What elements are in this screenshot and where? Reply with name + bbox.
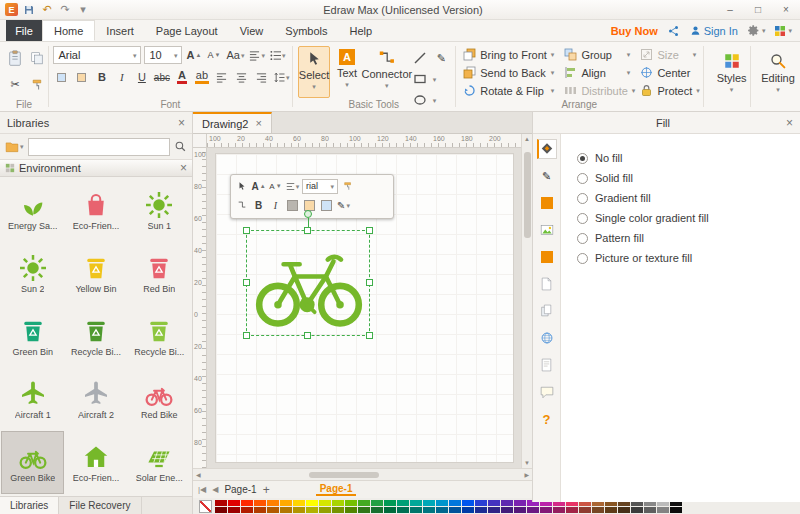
fill-panel-close-icon[interactable]: × (786, 117, 793, 129)
color-swatch[interactable] (462, 500, 474, 506)
align-center-icon[interactable] (233, 68, 250, 86)
sign-in-link[interactable]: Sign In (690, 25, 738, 37)
color-swatch[interactable] (670, 507, 682, 513)
libraries-close-icon[interactable]: × (178, 117, 185, 129)
font-color-button[interactable]: A (173, 68, 190, 86)
font-size-select[interactable]: 10▾ (144, 46, 182, 64)
buy-now-link[interactable]: Buy Now (611, 25, 658, 37)
color-swatch[interactable] (319, 507, 331, 513)
select-tool-button[interactable]: Select ▾ (298, 46, 331, 98)
library-item[interactable]: Aircraft 1 (1, 368, 64, 431)
align-button[interactable]: Align▾ (561, 64, 633, 81)
color-swatch[interactable] (618, 507, 630, 513)
pen-tool-icon[interactable]: ✎ (433, 49, 450, 67)
line-style-tool-icon[interactable]: ✎ (537, 166, 557, 186)
color-swatch[interactable] (332, 507, 344, 513)
library-search-input[interactable] (28, 138, 170, 156)
selection-handle[interactable] (304, 227, 311, 234)
color-swatch[interactable] (215, 507, 227, 513)
fill-option[interactable]: Gradient fill (577, 188, 800, 208)
align-right-icon[interactable] (253, 68, 270, 86)
library-item[interactable]: Energy Sa... (1, 179, 64, 242)
color-swatch[interactable] (501, 500, 513, 506)
color-swatch[interactable] (306, 507, 318, 513)
line-spacing-button[interactable]: ▾ (273, 68, 290, 86)
color-swatch[interactable] (605, 507, 617, 513)
save-icon[interactable] (22, 3, 36, 17)
mini-italic-button[interactable]: I (268, 197, 283, 213)
send-to-back-button[interactable]: Send to Back▾ (460, 64, 557, 81)
color-swatch[interactable] (462, 507, 474, 513)
color-swatch[interactable] (514, 500, 526, 506)
color-swatch[interactable] (241, 507, 253, 513)
color-swatch[interactable] (579, 507, 591, 513)
scroll-up-icon[interactable]: ▲ (524, 134, 530, 144)
color-swatch[interactable] (384, 507, 396, 513)
color-swatch[interactable] (449, 507, 461, 513)
rectangle-tool-icon[interactable] (412, 70, 429, 88)
fill-option[interactable]: Pattern fill (577, 228, 800, 248)
page-tab[interactable]: Page-1 (224, 484, 256, 495)
tab-libraries[interactable]: Libraries (0, 497, 59, 514)
tab-view[interactable]: View (229, 20, 275, 41)
align-left-icon[interactable] (213, 68, 230, 86)
color-swatch[interactable] (644, 507, 656, 513)
mini-grow-font-button[interactable]: A▲ (251, 178, 266, 194)
align-menu-button[interactable]: ▾ (248, 46, 266, 64)
scroll-down-icon[interactable]: ▼ (524, 458, 530, 468)
library-item[interactable]: Sun 2 (1, 242, 64, 305)
color-swatch[interactable] (215, 500, 227, 506)
fill-option[interactable]: Picture or texture fill (577, 248, 800, 268)
page-setup-icon[interactable] (537, 274, 557, 294)
selection-handle[interactable] (366, 227, 373, 234)
center-button[interactable]: Center (637, 64, 699, 81)
italic-button[interactable]: I (113, 68, 130, 86)
radio-icon[interactable] (577, 213, 588, 224)
color-swatch[interactable] (345, 500, 357, 506)
protect-button[interactable]: Protect▾ (637, 82, 699, 99)
tab-symbols[interactable]: Symbols (274, 20, 338, 41)
color-swatch[interactable] (553, 507, 565, 513)
strikethrough-button[interactable]: abc (153, 68, 170, 86)
format-painter-icon[interactable] (29, 75, 46, 93)
radio-icon[interactable] (577, 193, 588, 204)
redo-icon[interactable]: ↷ (58, 3, 72, 17)
library-item[interactable]: Solar Ene... (128, 431, 191, 494)
library-item[interactable]: Red Bike (128, 368, 191, 431)
mini-pen-icon[interactable]: ✎▾ (336, 197, 351, 213)
tab-help[interactable]: Help (338, 20, 383, 41)
selection-handle[interactable] (243, 332, 250, 339)
library-item[interactable]: Recycle Bi... (64, 305, 127, 368)
color-swatch[interactable] (280, 500, 292, 506)
vertical-scroll-thumb[interactable] (524, 152, 531, 238)
styles-button[interactable]: Styles ▾ (709, 46, 755, 93)
color-swatch[interactable] (631, 507, 643, 513)
line-tool-icon[interactable] (412, 49, 429, 67)
fill-option[interactable]: Single color gradient fill (577, 208, 800, 228)
color-swatch[interactable] (358, 500, 370, 506)
copy-button[interactable] (29, 49, 46, 67)
tab-file[interactable]: File (6, 20, 42, 41)
color-swatch[interactable] (358, 507, 370, 513)
library-item[interactable]: Green Bin (1, 305, 64, 368)
color-swatch[interactable] (566, 507, 578, 513)
selection-handle[interactable] (243, 279, 250, 286)
mini-font-select[interactable]: rial▾ (302, 179, 338, 194)
first-page-icon[interactable]: |◀ (198, 485, 206, 494)
text-tool-button[interactable]: A Text ▾ (332, 46, 361, 98)
list-menu-button[interactable]: ▾ (269, 46, 287, 64)
color-swatch[interactable] (254, 507, 266, 513)
mini-align-button[interactable]: ▾ (285, 178, 300, 194)
scroll-left-icon[interactable]: ◀ (193, 471, 204, 478)
library-search-icon[interactable] (174, 140, 187, 153)
library-item[interactable]: Recycle Bi... (128, 305, 191, 368)
color-swatch[interactable] (254, 500, 266, 506)
color-swatch[interactable] (397, 500, 409, 506)
radio-icon[interactable] (577, 173, 588, 184)
theme-swatch-icon[interactable] (537, 247, 557, 267)
color-swatch[interactable] (241, 500, 253, 506)
color-swatch[interactable] (306, 500, 318, 506)
library-item[interactable]: Yellow Bin (64, 242, 127, 305)
layers-icon[interactable] (537, 301, 557, 321)
library-folder-button[interactable]: ▾ (5, 141, 24, 153)
